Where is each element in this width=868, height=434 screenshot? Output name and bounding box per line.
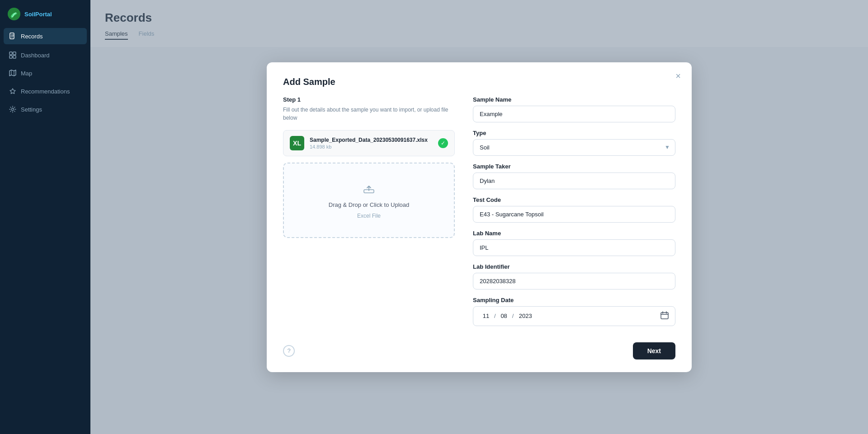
grid-icon <box>9 51 16 59</box>
logo-text: SoilPortal <box>24 11 52 18</box>
modal-close-button[interactable]: × <box>675 71 681 80</box>
sidebar-item-map-label: Map <box>21 70 32 77</box>
file-size: 14.898 kb <box>310 144 433 149</box>
logo-icon <box>7 7 21 21</box>
sample-taker-input[interactable] <box>473 173 675 189</box>
lab-name-input[interactable] <box>473 239 675 256</box>
type-select[interactable]: Soil Water Air <box>473 139 675 156</box>
date-month-input[interactable] <box>498 313 510 319</box>
sidebar-item-records-label: Records <box>21 33 42 40</box>
left-panel: Step 1 Fill out the details about the sa… <box>283 96 455 333</box>
sidebar-item-recommendations-label: Recommendations <box>21 88 70 95</box>
lab-identifier-label: Lab Identifier <box>473 263 675 270</box>
type-label: Type <box>473 130 675 136</box>
file-item: XL Sample_Exported_Data_20230530091637.x… <box>283 130 455 156</box>
sidebar-item-map[interactable]: Map <box>4 65 87 81</box>
type-select-wrapper: Soil Water Air ▼ <box>473 139 675 156</box>
step-description: Fill out the details about the sample yo… <box>283 106 455 122</box>
lab-identifier-input[interactable] <box>473 273 675 289</box>
sidebar-item-records[interactable]: Records <box>4 28 87 44</box>
modal-overlay: Add Sample × Step 1 Fill out the details… <box>90 0 868 434</box>
sample-name-label: Sample Name <box>473 96 675 103</box>
next-button[interactable]: Next <box>633 342 675 359</box>
help-icon[interactable]: ? <box>283 345 295 357</box>
modal-title: Add Sample <box>283 77 675 87</box>
sidebar-item-dashboard[interactable]: Dashboard <box>4 47 87 63</box>
file-name: Sample_Exported_Data_20230530091637.xlsx <box>310 137 433 143</box>
modal: Add Sample × Step 1 Fill out the details… <box>267 62 692 372</box>
form-group-test-code: Test Code <box>473 196 675 223</box>
gear-icon <box>9 106 16 113</box>
modal-body: Step 1 Fill out the details about the sa… <box>283 96 675 333</box>
form-group-sample-taker: Sample Taker <box>473 163 675 189</box>
sample-taker-label: Sample Taker <box>473 163 675 170</box>
form-group-sampling-date: Sampling Date / / <box>473 297 675 326</box>
map-icon <box>9 70 16 77</box>
drop-zone[interactable]: Drag & Drop or Click to Upload Excel Fil… <box>283 163 455 238</box>
test-code-input[interactable] <box>473 206 675 223</box>
date-separator-2: / <box>512 313 514 319</box>
file-icon <box>9 33 16 40</box>
excel-icon: XL <box>290 136 304 150</box>
right-panel: Sample Name Type Soil Water Air ▼ <box>473 96 675 333</box>
main-content: Records Samples Fields Add Sample × Step… <box>90 0 868 434</box>
sidebar-item-settings-label: Settings <box>21 106 42 113</box>
form-group-type: Type Soil Water Air ▼ <box>473 130 675 156</box>
form-group-lab-identifier: Lab Identifier <box>473 263 675 289</box>
step-label: Step 1 <box>283 96 455 103</box>
svg-rect-2 <box>9 52 12 55</box>
calendar-button[interactable] <box>660 311 669 321</box>
drop-zone-text: Drag & Drop or Click to Upload <box>329 201 409 208</box>
help-icon-label: ? <box>287 347 290 354</box>
date-separator-1: / <box>494 313 496 319</box>
sample-name-input[interactable] <box>473 106 675 122</box>
date-field: / / <box>473 306 675 326</box>
svg-rect-8 <box>661 313 668 319</box>
form-group-lab-name: Lab Name <box>473 230 675 256</box>
sampling-date-label: Sampling Date <box>473 297 675 303</box>
sidebar-item-recommendations[interactable]: Recommendations <box>4 83 87 99</box>
file-info: Sample_Exported_Data_20230530091637.xlsx… <box>310 137 433 149</box>
svg-rect-3 <box>13 52 16 55</box>
svg-rect-5 <box>13 56 16 58</box>
drop-zone-subtext: Excel File <box>357 213 381 219</box>
date-day-input[interactable] <box>480 313 492 319</box>
sidebar-logo: SoilPortal <box>0 0 90 26</box>
star-icon <box>9 88 16 95</box>
svg-point-6 <box>12 108 14 111</box>
lab-name-label: Lab Name <box>473 230 675 237</box>
svg-rect-4 <box>9 56 12 58</box>
date-year-input[interactable] <box>515 313 535 319</box>
test-code-label: Test Code <box>473 196 675 203</box>
form-group-sample-name: Sample Name <box>473 96 675 122</box>
file-check-icon: ✓ <box>438 138 448 148</box>
modal-footer: ? Next <box>283 342 675 359</box>
upload-icon <box>363 182 375 197</box>
sidebar-item-dashboard-label: Dashboard <box>21 52 50 59</box>
sidebar: SoilPortal Records Dashboard <box>0 0 90 434</box>
sidebar-item-settings[interactable]: Settings <box>4 101 87 117</box>
